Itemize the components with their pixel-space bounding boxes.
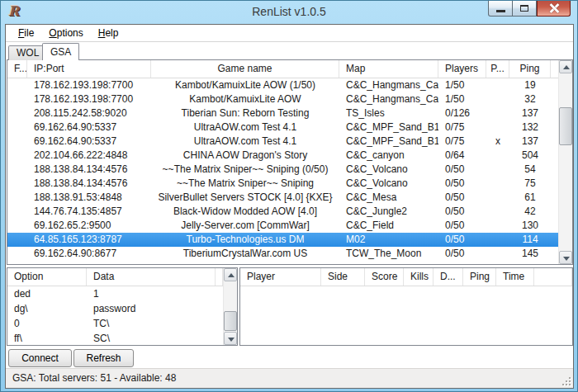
- server-col-header-players[interactable]: Players: [438, 60, 486, 78]
- server-col-header-f[interactable]: F...: [7, 60, 27, 78]
- options-list-scrollbar[interactable]: [223, 268, 237, 345]
- scroll-down-button[interactable]: [224, 332, 237, 345]
- server-cell-f: [7, 149, 27, 163]
- server-cell-ip: 208.115.242.58:9020: [27, 106, 151, 120]
- server-row[interactable]: 188.138.84.134:4576~~The Matrix Sniper~~…: [7, 177, 558, 191]
- option-name-cell: ded: [7, 286, 87, 301]
- server-cell-f: [7, 135, 27, 149]
- server-row[interactable]: 64.85.165.123:8787Turbo-Technologies.us …: [7, 233, 558, 247]
- options-col-header-option[interactable]: Option: [7, 268, 87, 286]
- server-cell-f: [7, 92, 27, 106]
- server-row[interactable]: 144.76.74.135:4857Black-Widow Modded AOW…: [7, 205, 558, 219]
- server-cell-ip: 69.162.65.2:9500: [27, 219, 151, 233]
- server-row[interactable]: 178.162.193.198:7700Kambot/KamuixLite AO…: [7, 92, 558, 106]
- players-col-header-1[interactable]: Side: [321, 268, 365, 286]
- server-cell-ip: 64.85.165.123:8787: [27, 233, 151, 247]
- server-col-header-map[interactable]: Map: [339, 60, 438, 78]
- server-row[interactable]: 69.162.64.90:5337UltraAOW.com Test 4.1C&…: [7, 135, 558, 149]
- scroll-up-button[interactable]: [224, 268, 237, 281]
- server-cell-map: C&C_Hangmans_Ca...: [339, 92, 438, 106]
- server-col-header-p[interactable]: P...: [486, 60, 509, 78]
- server-cell-players: 0/50: [438, 177, 486, 191]
- server-row[interactable]: 202.104.66.222:4848CHINA AOW Dragon's St…: [7, 149, 558, 163]
- server-cell-f: [7, 219, 27, 233]
- server-row[interactable]: 69.162.65.2:9500Jelly-Server.com [CommWa…: [7, 219, 558, 233]
- players-list-header: PlayerSideScoreKillsD...PingTime: [240, 268, 572, 286]
- server-cell-ip: 69.162.64.90:5337: [27, 120, 151, 135]
- players-list: PlayerSideScoreKillsD...PingTime: [239, 267, 573, 346]
- server-cell-ip: 188.138.84.134:4576: [27, 163, 151, 177]
- server-cell-players: 0/64: [438, 149, 486, 163]
- players-col-header-2[interactable]: Score: [365, 268, 404, 286]
- maximize-button[interactable]: [513, 1, 537, 17]
- menu-item-help[interactable]: Help: [91, 26, 126, 40]
- resize-grip[interactable]: [561, 375, 571, 386]
- server-cell-players: 0/75: [438, 120, 486, 135]
- arrow-up-icon: [228, 273, 235, 277]
- minimize-button[interactable]: [488, 1, 513, 17]
- tab-gsa[interactable]: GSA: [42, 43, 79, 60]
- server-cell-ping: 137: [509, 135, 551, 149]
- server-cell-ip: 178.162.193.198:7700: [27, 78, 151, 92]
- status-bar: GSA: Total servers: 51 - Available: 48: [6, 368, 573, 388]
- server-cell-f: [7, 163, 27, 177]
- option-data-cell: SC\: [87, 331, 216, 346]
- option-data-cell: TC\: [87, 316, 216, 331]
- server-cell-map: C&C_Volcano: [339, 163, 438, 177]
- server-cell-p: [486, 149, 509, 163]
- options-row[interactable]: dg\password: [7, 301, 223, 316]
- server-cell-game: ~~The Matrix Sniper~~ Sniping (0/50): [151, 163, 339, 177]
- server-cell-game: UltraAOW.com Test 4.1: [151, 120, 339, 135]
- server-list-scrollbar[interactable]: [558, 60, 572, 264]
- options-row[interactable]: ded1: [7, 286, 223, 301]
- server-cell-p: [486, 191, 509, 205]
- server-col-header-ip[interactable]: IP:Port: [27, 60, 151, 78]
- server-row[interactable]: 188.138.91.53:4848SilverBullet Servers S…: [7, 191, 558, 205]
- server-cell-f: [7, 120, 27, 135]
- scrollbar-thumb[interactable]: [559, 107, 572, 145]
- options-col-header-filler: [216, 268, 223, 286]
- players-col-header-0[interactable]: Player: [240, 268, 321, 286]
- server-row[interactable]: 178.162.193.198:7700Kambot/KamuixLite AO…: [7, 78, 558, 92]
- players-col-header-4[interactable]: D...: [434, 268, 463, 286]
- server-cell-game: Jelly-Server.com [CommWar]: [151, 219, 339, 233]
- players-col-header-3[interactable]: Kills: [404, 268, 434, 286]
- title-bar[interactable]: R RenList v1.0.5: [1, 1, 577, 24]
- menu-bar: FileOptionsHelp: [6, 25, 573, 42]
- server-cell-map: C&C_Hangmans_Ca...: [339, 78, 438, 92]
- server-row[interactable]: 208.115.242.58:9020Tiberian Sun: Reborn …: [7, 106, 558, 120]
- server-cell-p: [486, 247, 509, 261]
- options-row[interactable]: 0TC\: [7, 316, 223, 331]
- menu-item-file[interactable]: File: [11, 26, 41, 40]
- options-col-header-data[interactable]: Data: [87, 268, 216, 286]
- server-cell-f: [7, 177, 27, 191]
- server-col-header-ping[interactable]: Ping: [509, 60, 551, 78]
- server-cell-ip: 178.162.193.198:7700: [27, 92, 151, 106]
- players-col-header-5[interactable]: Ping: [463, 268, 496, 286]
- connect-button[interactable]: Connect: [8, 349, 72, 367]
- server-row[interactable]: 69.162.64.90:8677TiberiumCrystalWar.com …: [7, 247, 558, 261]
- scroll-up-button[interactable]: [559, 60, 572, 73]
- menu-item-options[interactable]: Options: [41, 26, 90, 40]
- server-cell-p: [486, 177, 509, 191]
- players-col-header-6[interactable]: Time: [496, 268, 534, 286]
- server-cell-players: 0/126: [438, 106, 486, 120]
- options-row[interactable]: ff\SC\: [7, 331, 223, 346]
- server-cell-p: [486, 78, 509, 92]
- server-cell-p: [486, 120, 509, 135]
- server-cell-map: C&C_Volcano: [339, 177, 438, 191]
- refresh-button[interactable]: Refresh: [73, 349, 134, 367]
- server-cell-players: 0/50: [438, 247, 486, 261]
- server-col-header-game[interactable]: Game name: [151, 60, 339, 78]
- server-cell-map: TCW_The_Moon: [339, 247, 438, 261]
- server-row[interactable]: 188.138.84.134:4576~~The Matrix Sniper~~…: [7, 163, 558, 177]
- server-cell-game: TiberiumCrystalWar.com US: [151, 247, 339, 261]
- close-button[interactable]: [537, 1, 571, 17]
- server-list-header: F...IP:PortGame nameMapPlayersP...Ping: [7, 60, 558, 78]
- server-cell-game: Kambot/KamuixLite AOW: [151, 92, 339, 106]
- server-cell-f: [7, 191, 27, 205]
- scrollbar-thumb[interactable]: [224, 311, 237, 331]
- server-cell-ping: 61: [509, 191, 551, 205]
- scroll-down-button[interactable]: [559, 251, 572, 264]
- server-row[interactable]: 69.162.64.90:5337UltraAOW.com Test 4.1C&…: [7, 120, 558, 135]
